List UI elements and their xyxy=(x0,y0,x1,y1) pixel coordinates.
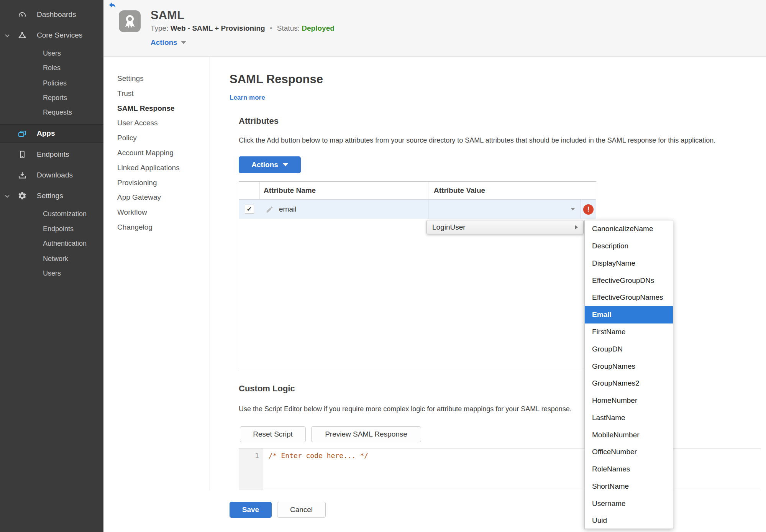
error-icon xyxy=(583,204,594,215)
submenu-item-mobilenumber[interactable]: MobileNumber xyxy=(585,426,673,443)
learn-more-link[interactable]: Learn more xyxy=(230,94,265,102)
preview-saml-response-button[interactable]: Preview SAML Response xyxy=(311,426,421,442)
header-actions-label: Actions xyxy=(151,38,177,47)
submenu-item-canonicalizename[interactable]: CanonicalizeName xyxy=(585,220,673,238)
sidebar-item-settings[interactable]: Settings xyxy=(0,190,103,202)
table-row[interactable]: email xyxy=(239,200,596,219)
page-title: SAML Response xyxy=(230,72,323,86)
subnav-item-workflow[interactable]: Workflow xyxy=(117,207,147,218)
header-actions-button[interactable]: Actions xyxy=(151,38,186,47)
sidebar-subitem-roles[interactable]: Roles xyxy=(43,62,61,74)
submenu-item-username[interactable]: Username xyxy=(585,495,673,512)
sidebar-subitem-network[interactable]: Network xyxy=(43,253,68,264)
chevron-down-icon xyxy=(181,41,186,44)
gear-icon xyxy=(18,191,27,200)
subnav-item-app-gateway[interactable]: App Gateway xyxy=(117,192,161,203)
status-badge: Deployed xyxy=(302,24,335,32)
script-editor: 1 /* Enter code here... */ xyxy=(239,448,761,490)
submenu-item-uuid[interactable]: Uuid xyxy=(585,512,673,529)
submenu-arrow-icon xyxy=(575,225,578,230)
custom-logic-heading: Custom Logic xyxy=(239,384,295,394)
subnav-item-provisioning[interactable]: Provisioning xyxy=(117,177,157,188)
attribute-name-cell: email xyxy=(279,205,296,213)
sidebar-item-apps[interactable]: Apps xyxy=(0,124,103,143)
attribute-submenu: CanonicalizeNameDescriptionDisplayNameEf… xyxy=(584,220,673,529)
attribute-value-header: Attribute Value xyxy=(428,182,596,199)
sidebar-subitem-requests[interactable]: Requests xyxy=(43,107,72,118)
custom-logic-description: Use the Script Editor below if you requi… xyxy=(239,405,572,413)
subnav-item-account-mapping[interactable]: Account Mapping xyxy=(117,148,174,158)
sidebar-item-label: Downloads xyxy=(37,171,73,179)
back-arrow-icon[interactable] xyxy=(108,1,116,9)
sidebar-item-dashboards[interactable]: Dashboards xyxy=(0,9,103,20)
sidebar-subitem-authentication[interactable]: Authentication xyxy=(43,238,87,249)
meta-separator: • xyxy=(270,24,272,32)
sidebar: DashboardsCore ServicesUsersRolesPolicie… xyxy=(0,0,103,532)
caret-down-icon xyxy=(571,208,575,210)
submenu-item-displayname[interactable]: DisplayName xyxy=(585,255,673,272)
sidebar-subitem-reports[interactable]: Reports xyxy=(43,92,67,103)
submenu-item-description[interactable]: Description xyxy=(585,238,673,255)
chevron-down-icon[interactable] xyxy=(4,193,10,201)
submenu-item-firstname[interactable]: FirstName xyxy=(585,323,673,341)
device-icon xyxy=(18,150,27,159)
subnav-divider xyxy=(210,57,210,490)
subnav-item-saml-response[interactable]: SAML Response xyxy=(117,103,175,114)
submenu-item-shortname[interactable]: ShortName xyxy=(585,478,673,495)
editor-code-area[interactable]: /* Enter code here... */ xyxy=(263,448,761,490)
sidebar-item-core-services[interactable]: Core Services xyxy=(0,30,103,41)
attributes-actions-button[interactable]: Actions xyxy=(239,156,301,173)
sidebar-item-label: Dashboards xyxy=(37,10,76,19)
submenu-item-officenumber[interactable]: OfficeNumber xyxy=(585,443,673,461)
submenu-item-effectivegroupnames[interactable]: EffectiveGroupNames xyxy=(585,289,673,306)
reset-script-button[interactable]: Reset Script xyxy=(240,426,306,442)
sidebar-subitem-users[interactable]: Users xyxy=(43,268,61,279)
subnav-item-policy[interactable]: Policy xyxy=(117,133,137,143)
sidebar-item-label: Apps xyxy=(37,129,55,138)
submenu-item-email[interactable]: Email xyxy=(585,306,673,323)
cancel-button[interactable]: Cancel xyxy=(277,502,326,518)
save-button[interactable]: Save xyxy=(230,502,272,518)
sidebar-subitem-endpoints[interactable]: Endpoints xyxy=(43,223,74,235)
menu-item-loginuser[interactable]: LoginUser xyxy=(426,220,584,234)
submenu-item-groupnames2[interactable]: GroupNames2 xyxy=(585,375,673,392)
app-meta: Type: Web - SAML + Provisioning • Status… xyxy=(151,24,335,33)
sidebar-item-label: Endpoints xyxy=(37,150,69,159)
submenu-item-effectivegroupdns[interactable]: EffectiveGroupDNs xyxy=(585,272,673,289)
chevron-down-icon[interactable] xyxy=(4,32,10,41)
attributes-heading: Attributes xyxy=(239,116,279,126)
attributes-description: Click the Add button below to map attrib… xyxy=(239,136,715,144)
attribute-value-select[interactable] xyxy=(428,200,581,219)
attributes-table: Attribute Name Attribute Value email xyxy=(239,181,596,369)
core-services-icon xyxy=(18,31,27,40)
subnav-item-changelog[interactable]: Changelog xyxy=(117,222,153,233)
app-header: SAML Type: Web - SAML + Provisioning • S… xyxy=(103,0,766,57)
sidebar-subitem-customization[interactable]: Customization xyxy=(43,208,87,220)
editor-line-number: 1 xyxy=(239,448,263,490)
type-value: Web - SAML + Provisioning xyxy=(171,24,265,32)
subnav: SettingsTrustSAML ResponseUser AccessPol… xyxy=(103,57,210,532)
sidebar-item-downloads[interactable]: Downloads xyxy=(0,169,103,181)
page-root: DashboardsCore ServicesUsersRolesPolicie… xyxy=(0,0,766,532)
subnav-item-settings[interactable]: Settings xyxy=(117,73,144,84)
sidebar-subitem-policies[interactable]: Policies xyxy=(43,77,67,89)
submenu-item-groupdn[interactable]: GroupDN xyxy=(585,340,673,358)
submenu-item-homenumber[interactable]: HomeNumber xyxy=(585,392,673,409)
menu-loginuser-label: LoginUser xyxy=(432,223,466,232)
row-checkbox[interactable] xyxy=(245,205,254,214)
subnav-item-user-access[interactable]: User Access xyxy=(117,118,158,128)
apps-icon xyxy=(18,129,27,138)
sidebar-item-endpoints[interactable]: Endpoints xyxy=(0,149,103,160)
attributes-actions-label: Actions xyxy=(251,161,278,169)
subnav-item-linked-applications[interactable]: Linked Applications xyxy=(117,163,180,173)
edit-pencil-icon[interactable] xyxy=(266,205,274,213)
submenu-item-groupnames[interactable]: GroupNames xyxy=(585,358,673,375)
subnav-item-trust[interactable]: Trust xyxy=(117,88,134,99)
sidebar-item-label: Core Services xyxy=(37,31,82,39)
sidebar-item-label: Settings xyxy=(37,192,63,200)
submenu-item-lastname[interactable]: LastName xyxy=(585,409,673,426)
submenu-item-rolenames[interactable]: RoleNames xyxy=(585,461,673,478)
attribute-name-header: Attribute Name xyxy=(259,182,428,199)
app-title: SAML xyxy=(151,8,184,22)
sidebar-subitem-users[interactable]: Users xyxy=(43,48,61,59)
